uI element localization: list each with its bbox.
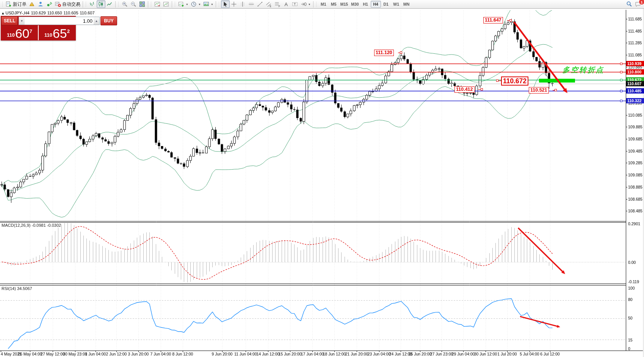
buy-price-big-figure: 110 [44,32,52,38]
candle-chart-button[interactable] [97,0,105,8]
zoom-out-button[interactable] [129,0,138,8]
timeframe-mn-button[interactable]: MN [401,1,412,8]
signals-button[interactable] [45,0,54,8]
toolbar-grip[interactable] [118,2,119,7]
volume-increase-button[interactable]: ▲ [94,17,99,25]
price-axis-label: 108.485 [628,209,642,213]
toolbar-grip[interactable] [150,2,152,7]
notification-badge[interactable]: 1 [639,0,644,5]
line-chart-icon [107,1,113,7]
volume-decrease-button[interactable]: ▼ [19,17,25,25]
ohlc-high: 110.650 [47,11,62,15]
ohlc-open: 110.629 [31,11,46,15]
line-chart-button[interactable] [105,0,114,8]
doc-plus-icon [6,1,12,7]
zoom-in-button[interactable] [121,0,129,8]
chevron-down-icon: ▼ [211,3,213,6]
time-axis-label: 26 May 04:00 [18,352,42,356]
price-callout-label[interactable]: 111.647 [483,17,503,23]
search-button[interactable] [625,0,634,8]
price-callout-label[interactable]: 110.521 [529,87,549,94]
chart-shift-button[interactable] [162,0,171,8]
timeframe-h4-button[interactable]: H4 [371,1,381,8]
crosshair-tool-button[interactable] [230,0,238,8]
indicators-button[interactable]: ▼ [177,0,190,8]
price-axis-label: 108.685 [628,197,642,201]
toolbar-grip[interactable] [2,2,3,7]
price-axis-label: 111.485 [628,29,642,33]
auto-scroll-button[interactable] [153,0,162,8]
toolbar-separator [148,1,148,8]
price-callout-label[interactable]: 111.120 [374,50,394,56]
horizontal-line-tool-button[interactable] [247,0,256,8]
price-line-badge: 110.939 [626,61,644,66]
community-button[interactable] [36,0,45,8]
shapes-tool-button[interactable]: ▼ [299,0,312,8]
periods-button[interactable]: ▼ [190,0,202,8]
timeframe-w1-button[interactable]: W1 [391,1,401,8]
toolbar-separator [313,1,313,8]
time-axis-label: 18 Jun 12:00 [323,352,346,356]
time-axis-label: 17 Jun 04:00 [301,352,324,356]
buy-button[interactable]: BUY [100,16,117,25]
market-watch-button[interactable] [28,0,36,8]
svg-text:T: T [294,2,296,6]
chart-offset-icon [163,1,169,7]
label-tool-button[interactable]: T [291,0,299,8]
sell-price[interactable]: 110607 [1,25,38,40]
autotrading-button-label: 自动交易 [62,1,80,8]
text-tool-button[interactable]: A [282,0,291,8]
price-line-badge: 110.607 [626,81,644,86]
time-axis-label: 11 Jun 04:00 [234,352,257,356]
sell-price-pips: 60 [15,28,30,39]
autotrading-button[interactable]: 自动交易 [54,0,81,8]
templates-button[interactable]: ▼ [202,0,215,8]
timeframe-m30-button[interactable]: M30 [349,1,360,8]
channel-tool-button[interactable]: E [265,0,273,8]
vertical-line-tool-button[interactable] [238,0,247,8]
timeframe-m15-button[interactable]: M15 [339,1,349,8]
turning-point-annotation[interactable]: 多空转折点 [563,65,604,75]
timeframe-h1-button[interactable]: H1 [360,1,371,8]
toolbar-separator [83,1,83,8]
timeframe-d1-button[interactable]: D1 [381,1,391,8]
volume-input[interactable] [25,17,94,25]
buy-price[interactable]: 110652 [39,25,75,40]
bar-chart-button[interactable] [88,0,97,8]
one-click-trading-widget: SELL ▼ ▲ BUY 110607 110652 [1,16,76,41]
price-callout-label[interactable]: 110.672 [501,76,528,86]
tile-windows-button[interactable] [138,0,147,8]
price-line-badge: 110.322 [626,98,644,103]
toolbar-separator [115,1,116,8]
chart-canvas[interactable] [0,0,644,357]
toolbar-grip[interactable] [316,2,317,7]
price-line-badge: 110.485 [626,88,644,94]
ohlc-close: 110.607 [80,11,95,15]
fibo-icon: F [274,1,280,7]
price-axis-label: 108.885 [628,185,642,189]
new-order-button-label: 新订单 [13,1,27,8]
timeframe-m1-button[interactable]: M1 [318,1,329,8]
chevron-down-icon: ▼ [198,3,201,6]
time-axis-label: 8 Jun 12:00 [172,352,193,356]
fibonacci-tool-button[interactable]: F [273,0,282,8]
toolbar-grip[interactable] [174,2,176,7]
price-callout-label[interactable]: 110.412 [454,86,475,93]
timeframe-m5-button[interactable]: M5 [329,1,339,8]
cursor-tool-button[interactable] [221,0,230,8]
trendline-tool-button[interactable] [256,0,265,8]
buy-price-point: 2 [67,28,70,34]
sell-button[interactable]: SELL [1,16,18,25]
new-order-button[interactable]: 新订单 [5,0,28,8]
time-axis-label: 2 Jun 12:00 [106,352,127,356]
vline-icon [240,1,246,7]
price-line-badge: 110.800 [626,69,644,75]
toolbar-grip[interactable] [85,2,87,7]
rsi-scale-label: 50 [628,316,633,320]
toolbar-grip[interactable] [218,2,220,7]
zoom-in-icon [122,1,128,7]
price-axis-label: 109.485 [628,149,642,153]
gold-icon [29,1,35,7]
time-axis-label: 30 May 23:00 [63,352,87,356]
price-axis-label: 111.085 [628,53,642,57]
